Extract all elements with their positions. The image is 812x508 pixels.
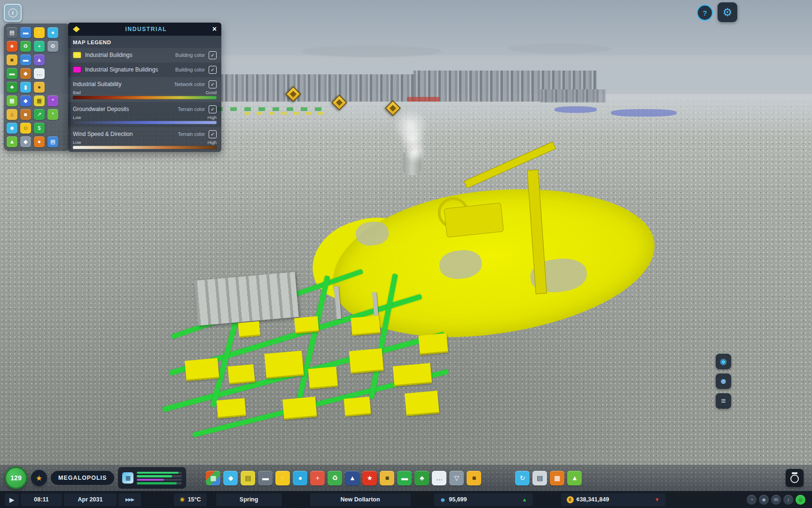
info-button[interactable]: i bbox=[4, 4, 22, 22]
milestone-name[interactable]: MEGALOPOLIS bbox=[51, 471, 114, 485]
chirper-indicator[interactable]: ☻ bbox=[759, 495, 769, 505]
bulldoze-icon[interactable]: ■ bbox=[467, 471, 481, 485]
legend-header: INDUSTRIAL × bbox=[68, 23, 221, 36]
residential-icon[interactable]: ⌂ bbox=[7, 109, 17, 120]
industrial-building[interactable] bbox=[238, 321, 261, 338]
police-icon[interactable]: ■ bbox=[380, 471, 394, 485]
ore-icon[interactable]: ● bbox=[34, 136, 45, 147]
toolbar-tools: ▦◆▤▬⚡●+♻▲★■▬♣…▽■ bbox=[206, 471, 481, 485]
globe-button[interactable]: ◉ bbox=[716, 354, 731, 369]
police-icon[interactable]: ■ bbox=[7, 55, 17, 65]
education-icon[interactable]: ▲ bbox=[34, 55, 45, 65]
administration-icon[interactable]: ▬ bbox=[20, 55, 31, 65]
population-icon[interactable]: ☻ bbox=[7, 123, 17, 134]
water-depth-icon[interactable]: ◆ bbox=[20, 95, 31, 106]
statistics-icon[interactable]: ▦ bbox=[550, 471, 564, 485]
water-sewage-icon[interactable]: ● bbox=[293, 471, 307, 485]
transportation-icon[interactable]: ▬ bbox=[397, 471, 412, 485]
industrial-building[interactable] bbox=[405, 391, 439, 416]
money-icon[interactable]: $ bbox=[34, 123, 45, 134]
distant-island bbox=[301, 45, 442, 57]
legend-checkbox[interactable]: ✓ bbox=[209, 105, 217, 113]
legend-checkbox[interactable]: ✓ bbox=[209, 130, 217, 138]
healthcare-icon[interactable]: + bbox=[310, 471, 325, 485]
electricity-icon[interactable]: ⚡ bbox=[275, 471, 290, 485]
leisure-icon[interactable]: ● bbox=[34, 82, 45, 93]
transportation-icon[interactable]: ▬ bbox=[7, 68, 17, 79]
industrial-building[interactable] bbox=[282, 397, 317, 420]
traffic-icon[interactable]: ▤ bbox=[7, 27, 17, 38]
progression-icon[interactable]: ↻ bbox=[515, 471, 530, 485]
industrial-building[interactable] bbox=[418, 333, 448, 355]
map-tiles-icon[interactable]: ▤ bbox=[532, 471, 547, 485]
trophy-icon: ★ bbox=[36, 474, 42, 483]
industrial-icon[interactable]: ■ bbox=[20, 109, 31, 120]
maintenance-icon[interactable]: ⚙ bbox=[47, 41, 58, 52]
groundwater-icon[interactable]: ◆ bbox=[20, 136, 31, 147]
landscaping-icon[interactable]: ▽ bbox=[449, 471, 464, 485]
nature-icon[interactable]: ▲ bbox=[567, 471, 582, 485]
water-icon[interactable]: ● bbox=[47, 27, 58, 38]
parks-recreation-icon[interactable]: ♣ bbox=[414, 471, 429, 485]
journal-icon: ≡ bbox=[721, 397, 726, 405]
natural-resources-icon[interactable]: ▲ bbox=[7, 136, 17, 147]
mail-indicator[interactable]: ✉ bbox=[771, 495, 781, 505]
help-button[interactable]: ? bbox=[697, 5, 713, 21]
milestone-level-badge[interactable]: 129 bbox=[5, 467, 27, 489]
terrain-icon[interactable]: ▦ bbox=[34, 95, 45, 106]
pollution-icon[interactable]: ★ bbox=[7, 41, 17, 52]
education-icon[interactable]: ▲ bbox=[345, 471, 359, 485]
industrial-building[interactable] bbox=[308, 366, 338, 389]
industrial-building[interactable] bbox=[393, 363, 432, 387]
garbage-icon[interactable]: ♻ bbox=[328, 471, 342, 485]
people-button[interactable]: ☻ bbox=[716, 373, 731, 389]
milestone-icon: ▦ bbox=[122, 472, 133, 484]
happiness-indicator[interactable]: ☺ bbox=[796, 495, 805, 505]
electricity-icon[interactable]: ⚡ bbox=[34, 27, 45, 38]
agriculture-icon[interactable]: * bbox=[47, 109, 58, 120]
journal-button[interactable]: ≡ bbox=[716, 393, 731, 409]
economy-icon[interactable]: ↗ bbox=[34, 109, 45, 120]
close-icon[interactable]: × bbox=[212, 25, 217, 33]
legend-checkbox[interactable]: ✓ bbox=[209, 51, 217, 59]
zones-icon[interactable]: ▦ bbox=[7, 95, 17, 106]
warehouse-building[interactable] bbox=[194, 272, 299, 325]
simulation-speed-button[interactable]: ▶▶▶ bbox=[118, 493, 141, 506]
tourism-icon[interactable]: ◆ bbox=[20, 68, 31, 79]
milestone-bar bbox=[137, 472, 182, 474]
signature-buildings-icon[interactable]: ◆ bbox=[223, 471, 238, 485]
play-pause-button[interactable]: ▶ bbox=[5, 493, 19, 506]
map-layers-icon[interactable]: ▤ bbox=[47, 136, 58, 147]
settings-button[interactable]: ⚙ bbox=[718, 2, 737, 22]
industrial-building[interactable] bbox=[185, 358, 219, 381]
districts-icon[interactable]: ▤ bbox=[241, 471, 255, 485]
photo-mode-button[interactable] bbox=[786, 469, 804, 487]
parks-icon[interactable]: ♣ bbox=[7, 82, 17, 93]
radio-indicator[interactable]: ♪ bbox=[783, 495, 793, 505]
healthcare-icon[interactable]: + bbox=[34, 41, 45, 52]
industrial-building[interactable] bbox=[349, 349, 384, 374]
industrial-building[interactable] bbox=[227, 364, 255, 384]
happiness-icon[interactable]: ☺ bbox=[20, 123, 31, 134]
population[interactable]: ☻ 95,699 ▲ bbox=[434, 493, 533, 506]
fire-rescue-icon[interactable]: ★ bbox=[362, 471, 377, 485]
zoning-icon[interactable]: ▦ bbox=[206, 471, 220, 485]
industrial-building[interactable] bbox=[294, 316, 319, 333]
legend-checkbox[interactable]: ✓ bbox=[209, 80, 217, 88]
wind-icon[interactable]: * bbox=[47, 95, 58, 106]
industrial-building[interactable] bbox=[344, 397, 371, 417]
progress-indicator[interactable]: ◔ bbox=[747, 495, 757, 505]
industrial-building[interactable] bbox=[351, 316, 380, 336]
garbage-icon[interactable]: ♻ bbox=[20, 41, 31, 52]
legend-checkbox[interactable]: ✓ bbox=[209, 66, 217, 74]
transit-pass-icon[interactable]: ▬ bbox=[20, 27, 31, 38]
commercial-icon[interactable]: ▮ bbox=[20, 82, 31, 93]
roads-icon[interactable]: ▬ bbox=[258, 471, 273, 485]
communications-icon[interactable]: … bbox=[432, 471, 446, 485]
milestone-progress-widget[interactable]: ▦ bbox=[118, 467, 186, 489]
industrial-building[interactable] bbox=[264, 350, 304, 379]
money[interactable]: ¢ ¢38,341,849 ▼ bbox=[561, 493, 665, 506]
industrial-building[interactable] bbox=[217, 398, 246, 418]
communications-icon[interactable]: … bbox=[34, 68, 45, 79]
trophy-button[interactable]: ★ bbox=[31, 470, 47, 486]
